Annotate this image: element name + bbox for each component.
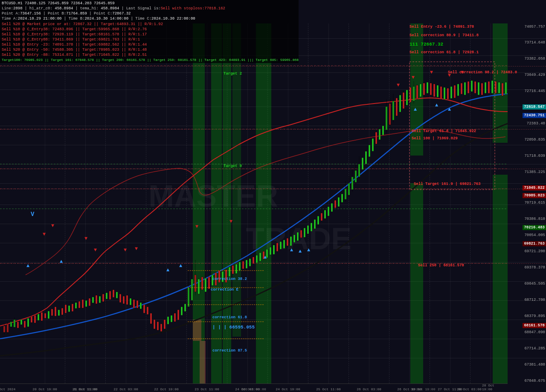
svg-rect-164: [478, 82, 479, 95]
svg-rect-37: [85, 300, 87, 307]
svg-text:▼: ▼: [135, 246, 138, 252]
svg-rect-32: [68, 306, 70, 312]
svg-rect-111: [328, 207, 329, 216]
svg-text:▲: ▲: [166, 267, 170, 273]
sell-250-annotation: Sell 250 | 68161.578: [418, 263, 464, 268]
svg-text:▼: ▼: [84, 236, 88, 242]
svg-rect-112: [331, 203, 333, 212]
svg-rect-53: [140, 303, 142, 309]
svg-rect-18: [20, 320, 22, 325]
svg-rect-82: [229, 267, 230, 277]
svg-rect-140: [399, 95, 401, 112]
time-30-03: 30 Oct 03:00: [241, 387, 266, 391]
svg-text:▼: ▼: [229, 219, 233, 225]
svg-rect-156: [450, 86, 452, 98]
svg-rect-87: [246, 260, 247, 268]
svg-rect-109: [321, 213, 322, 221]
sell-entry-annotation: Sell Entry -23.6 | 74091.378: [410, 25, 474, 29]
sell-line-1: Sell %20 @ Market price or at: 72867.32 …: [2, 22, 297, 27]
svg-rect-30: [61, 308, 63, 315]
svg-rect-147: [420, 84, 421, 97]
svg-rect-26: [48, 311, 49, 319]
chart-container: BTCUSD.H1 72400.125 72645.859 72364.203 …: [0, 0, 546, 392]
svg-rect-99: [287, 238, 288, 246]
svg-rect-35: [78, 301, 80, 308]
svg-text:▲: ▲: [307, 247, 311, 253]
point-info: Point A:73647.156 | Point B:71764.859 | …: [2, 11, 297, 16]
svg-rect-166: [485, 82, 486, 93]
sell-100-annotation: Sell 100 | 71069.029: [412, 136, 458, 141]
svg-text:▲: ▲: [448, 107, 451, 112]
correction-875-annotation: correction 87.5: [212, 349, 247, 353]
price-73382: 73382.058: [524, 57, 545, 61]
svg-rect-41: [99, 296, 101, 303]
svg-rect-161: [468, 81, 469, 93]
svg-rect-56: [150, 313, 152, 324]
time-info: Time A:2024.10.29 21:00:00 | Time B:2024…: [2, 16, 297, 21]
price-68379: 68379.895: [524, 314, 545, 318]
svg-rect-85: [239, 262, 241, 271]
svg-rect-28: [55, 307, 56, 316]
svg-rect-34: [75, 303, 77, 308]
badge-72618: 72618.547: [523, 104, 546, 110]
svg-rect-25: [44, 313, 46, 318]
svg-text:▲: ▲: [26, 263, 30, 269]
price-70719: 70719.615: [524, 201, 545, 205]
svg-rect-167: [488, 81, 490, 93]
sell-line-5: Sell %10 @ Entry -23: 74091.378 || Targe…: [2, 42, 297, 47]
svg-rect-51: [133, 300, 135, 308]
svg-text:▲: ▲: [264, 254, 267, 260]
svg-rect-57: [154, 320, 155, 329]
svg-rect-84: [235, 264, 237, 274]
sell-line-2: Sell %10 @ C_Entry38: 72483.896 || Targe…: [2, 27, 297, 32]
price-73049: 73049.429: [524, 73, 545, 77]
price-67048: 67048.675: [524, 379, 545, 383]
badge-69821: 69821.763: [523, 241, 546, 246]
svg-rect-24: [41, 312, 43, 321]
svg-rect-63: [174, 313, 176, 322]
svg-rect-153: [440, 86, 442, 99]
svg-rect-170: [498, 82, 500, 93]
svg-rect-95: [273, 245, 275, 254]
svg-rect-146: [416, 85, 418, 99]
svg-text:▲: ▲: [435, 102, 439, 108]
time-scale-bottom: 29 Oct 11:00 30 Oct 03:00 30 Oct 19:00: [0, 387, 508, 391]
price-71718: 71718.039: [524, 154, 545, 158]
sell-correction-top-annotation: Sell correction 80.9 | 73411.8: [410, 33, 479, 37]
info-overlay: BTCUSD.H1 72400.125 72645.859 72364.203 …: [0, 0, 299, 63]
svg-rect-21: [31, 317, 32, 323]
badge-70216: 70216.483: [523, 225, 546, 230]
svg-rect-162: [471, 81, 473, 92]
svg-text:MASTER: MASTER: [148, 179, 278, 213]
sell-correction-618-annotation: Sell correction 61.8 | 72928.1: [410, 50, 479, 55]
svg-rect-17: [17, 322, 19, 328]
svg-rect-86: [242, 261, 244, 269]
badge-71045: 71045.822: [523, 185, 546, 190]
svg-rect-42: [102, 294, 104, 302]
svg-rect-163: [474, 81, 476, 93]
svg-rect-159: [461, 83, 462, 94]
svg-rect-91: [259, 253, 261, 261]
svg-rect-23: [38, 314, 39, 320]
badge-70985: 70985.023: [523, 193, 546, 198]
svg-rect-107: [314, 219, 316, 229]
svg-rect-103: [300, 230, 302, 238]
correction-111-annotation: 111 72667.32: [410, 42, 443, 47]
svg-rect-29: [58, 310, 60, 316]
svg-rect-54: [143, 305, 145, 313]
svg-rect-105: [307, 225, 309, 234]
svg-text:▼: ▼: [195, 224, 199, 230]
svg-rect-155: [447, 88, 449, 99]
svg-rect-60: [164, 320, 166, 329]
sell-correction-982-annotation: Sell correction 98.2 | 72483.0: [448, 70, 517, 75]
svg-rect-130: [375, 132, 377, 144]
price-70054: 70054.005: [524, 233, 545, 237]
svg-rect-104: [304, 228, 305, 237]
svg-rect-171: [502, 83, 503, 96]
svg-rect-52: [136, 300, 138, 308]
svg-rect-66: [184, 304, 186, 311]
svg-rect-47: [119, 294, 121, 303]
svg-rect-55: [147, 307, 148, 314]
svg-rect-151: [433, 84, 435, 97]
svg-text:▲: ▲: [60, 259, 63, 265]
